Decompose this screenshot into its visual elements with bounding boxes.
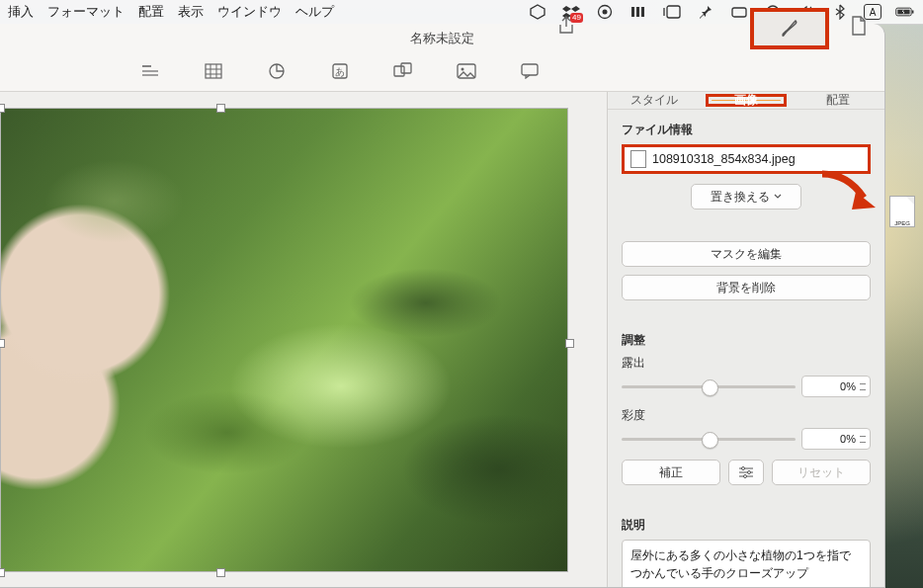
resize-handle[interactable] [216,104,225,113]
resize-handle[interactable] [565,339,574,348]
exposure-slider[interactable] [622,385,796,388]
svg-rect-8 [732,8,746,17]
tool-paragraph-icon[interactable] [138,59,162,83]
reset-adjustments-button[interactable]: リセット [772,460,871,485]
menubar-bars-icon[interactable] [629,3,648,21]
document-canvas[interactable] [0,92,607,587]
menu-window[interactable]: ウインドウ [217,3,282,21]
saturation-value[interactable]: 0% [801,428,871,450]
svg-rect-25 [401,63,411,73]
svg-point-27 [462,68,464,71]
tool-table-icon[interactable] [202,59,225,83]
selected-image[interactable] [0,108,568,572]
svg-rect-6 [667,6,680,18]
svg-rect-28 [522,64,538,75]
main-toolbar: あ [0,51,884,92]
svg-point-34 [744,475,747,478]
menubar-stop-icon[interactable] [595,3,615,21]
tool-media-icon[interactable] [455,59,478,83]
pages-window: 名称未設定 あ スタイル [0,24,885,588]
description-heading: 説明 [622,517,871,534]
saturation-label: 彩度 [622,407,871,424]
auto-correct-button[interactable]: 補正 [622,460,720,485]
file-info-heading: ファイル情報 [622,122,871,138]
svg-rect-24 [394,66,404,76]
resize-handle[interactable] [0,568,5,577]
tab-image[interactable]: 画像 [700,92,792,109]
svg-point-2 [603,10,608,15]
menubar-battery-icon[interactable] [895,3,915,21]
svg-point-33 [748,471,751,474]
inspector-sidebar: スタイル 画像 配置 ファイル情報 108910318_854x834.jpeg… [607,92,884,587]
menu-format[interactable]: フォーマット [47,3,125,21]
svg-rect-16 [206,64,221,78]
annotation-arrow [818,168,878,211]
file-type-icon [630,150,646,168]
menu-arrange[interactable]: 配置 [138,3,164,21]
menubar-unity-icon[interactable] [528,3,547,21]
inspector-tabs: スタイル 画像 配置 [608,92,884,110]
menubar-stage-manager-icon[interactable] [662,3,682,21]
tool-text-icon[interactable]: あ [328,59,352,83]
adjustments-popover-button[interactable] [728,460,764,485]
svg-rect-4 [636,7,639,17]
resize-handle[interactable] [216,568,225,577]
description-textarea[interactable]: 屋外にある多くの小さな植物の1つを指でつかんでいる手のクローズアップ [622,540,871,587]
document-inspector-button[interactable] [847,14,871,38]
adjustments-heading: 調整 [622,332,871,349]
tool-chart-icon[interactable] [265,59,289,83]
exposure-value[interactable]: 0% [801,376,871,397]
svg-rect-12 [912,10,914,13]
saturation-slider[interactable] [622,438,796,441]
tool-shape-icon[interactable] [391,59,415,83]
replace-image-button[interactable]: 置き換える [691,184,801,210]
tool-comment-icon[interactable] [518,59,542,83]
desktop-dragged-file-icon[interactable]: JPEG [889,196,915,227]
resize-handle[interactable] [0,104,5,113]
svg-rect-3 [631,7,634,17]
edit-mask-button[interactable]: マスクを編集 [622,241,871,267]
menu-view[interactable]: 表示 [178,3,204,21]
svg-marker-0 [531,5,545,19]
svg-point-32 [742,467,745,470]
share-button[interactable] [554,14,578,38]
remove-background-button[interactable]: 背景を削除 [622,275,871,300]
menu-help[interactable]: ヘルプ [295,3,334,21]
resize-handle[interactable] [0,339,5,348]
format-inspector-button[interactable] [750,8,829,49]
menubar-screenshot-icon[interactable] [729,3,749,21]
svg-text:あ: あ [335,66,345,77]
tab-style[interactable]: スタイル [608,92,700,109]
svg-rect-5 [641,7,644,17]
tab-arrange[interactable]: 配置 [793,92,884,109]
exposure-label: 露出 [622,355,871,372]
menubar-pin-icon[interactable] [696,3,715,21]
menu-insert[interactable]: 挿入 [8,3,34,21]
